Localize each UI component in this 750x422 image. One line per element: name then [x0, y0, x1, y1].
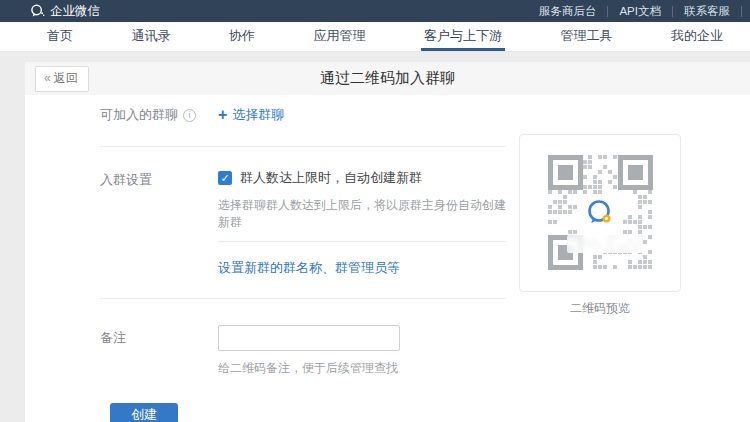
page-header: « 返回 通过二维码加入群聊 — [25, 62, 750, 95]
separator — [741, 6, 742, 17]
qr-preview-box — [519, 134, 681, 292]
app-logo-text: 企业微信 — [50, 3, 100, 20]
remark-label: 备注 — [100, 329, 218, 347]
group-select-row: 可加入的群聊 i + 选择群聊 — [100, 101, 506, 129]
back-button-label: 返回 — [54, 70, 78, 87]
divider — [218, 241, 506, 242]
remark-helper: 给二维码备注，便于后续管理查找 — [218, 360, 506, 377]
tab-collaboration[interactable]: 协作 — [226, 22, 258, 51]
tab-my-company[interactable]: 我的企业 — [668, 22, 726, 51]
topbar-link-contact-support[interactable]: 联系客服 — [673, 4, 741, 19]
qr-code — [548, 155, 653, 270]
qr-caption: 二维码预览 — [519, 300, 681, 317]
tab-app-management[interactable]: 应用管理 — [311, 22, 369, 51]
tab-customers-upstream-downstream[interactable]: 客户与上下游 — [421, 22, 505, 51]
plus-icon: + — [218, 107, 227, 123]
join-settings-control: ✓ 群人数达上限时，自动创建新群 选择群聊群人数达到上限后，将以原群主身份自动创… — [218, 169, 506, 231]
back-button[interactable]: « 返回 — [35, 66, 89, 92]
create-button[interactable]: 创建 — [110, 403, 178, 422]
topbar-links: 服务商后台 API文档 联系客服 — [528, 4, 742, 19]
back-arrow-icon: « — [44, 71, 51, 85]
qr-center-logo — [582, 195, 618, 231]
auto-create-checkbox-label: 群人数达上限时，自动创建新群 — [240, 169, 422, 187]
auto-create-checkbox[interactable]: ✓ — [218, 171, 232, 185]
main-nav: 首页 通讯录 协作 应用管理 客户与上下游 管理工具 我的企业 — [0, 22, 750, 52]
divider — [100, 298, 506, 299]
join-settings-label: 入群设置 — [100, 169, 218, 189]
qr-watermark-blur — [567, 235, 643, 253]
group-select-label: 可加入的群聊 i — [100, 106, 218, 124]
tab-home[interactable]: 首页 — [44, 22, 76, 51]
info-icon[interactable]: i — [183, 109, 196, 122]
main-area: « 返回 通过二维码加入群聊 可加入的群聊 i + 选择群聊 — [0, 52, 750, 422]
divider — [100, 146, 506, 147]
join-settings-row: 入群设置 ✓ 群人数达上限时，自动创建新群 选择群聊群人数达到上限后，将以原群主… — [100, 169, 506, 231]
qr-group-form: 可加入的群聊 i + 选择群聊 入群设置 ✓ 群人数达上限时， — [100, 101, 506, 422]
form-card: 可加入的群聊 i + 选择群聊 入群设置 ✓ 群人数达上限时， — [25, 95, 750, 422]
topbar: 企业微信 服务商后台 API文档 联系客服 — [0, 0, 750, 22]
new-group-settings-link[interactable]: 设置新群的群名称、群管理员等 — [218, 259, 400, 277]
tab-contacts[interactable]: 通讯录 — [129, 22, 174, 51]
auto-create-checkline: ✓ 群人数达上限时，自动创建新群 — [218, 169, 506, 187]
topbar-link-provider-console[interactable]: 服务商后台 — [528, 4, 608, 19]
remark-input[interactable] — [218, 325, 400, 351]
app-logo: 企业微信 — [30, 3, 100, 20]
wechat-work-bubble-icon — [30, 4, 45, 18]
topbar-link-api-docs[interactable]: API文档 — [608, 4, 672, 19]
content-panel: « 返回 通过二维码加入群聊 可加入的群聊 i + 选择群聊 — [25, 62, 750, 422]
join-settings-helper: 选择群聊群人数达到上限后，将以原群主身份自动创建新群 — [218, 197, 506, 231]
page-title: 通过二维码加入群聊 — [25, 69, 750, 88]
remark-row: 备注 — [100, 325, 506, 351]
select-group-link[interactable]: + 选择群聊 — [218, 106, 284, 124]
tab-management-tools[interactable]: 管理工具 — [558, 22, 616, 51]
